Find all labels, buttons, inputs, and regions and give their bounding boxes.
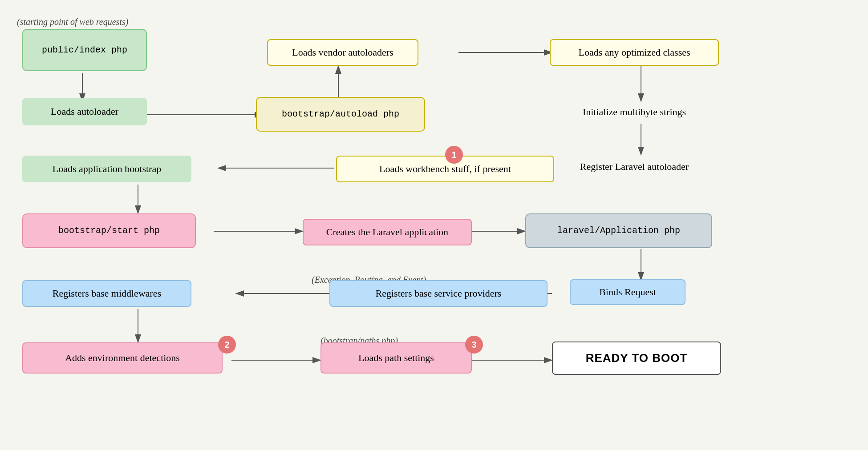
node-loads-path-settings: Loads path settings <box>320 342 472 374</box>
diagram-container: (starting point of web requests) public/… <box>0 0 868 450</box>
badge-3: 3 <box>465 336 483 354</box>
badge-2: 2 <box>218 336 236 354</box>
node-loads-workbench: Loads workbench stuff, if present <box>336 156 554 182</box>
node-loads-optimized: Loads any optimized classes <box>550 39 719 66</box>
node-registers-base-service: Registers base service providers <box>329 280 548 307</box>
node-binds-request: Binds Request <box>570 279 685 305</box>
node-register-laravel-autoloader: Register Laravel autoloader <box>550 155 719 179</box>
node-bootstrap-autoload: bootstrap/autoload php <box>256 97 425 132</box>
node-initialize-multibyte: Initialize multibyte strings <box>550 100 719 125</box>
node-public-index: public/index php <box>22 29 147 71</box>
node-ready-to-boot: READY TO BOOT <box>552 342 721 375</box>
node-loads-app-bootstrap: Loads application bootstrap <box>22 156 191 182</box>
node-creates-laravel-app: Creates the Laravel application <box>303 219 472 245</box>
node-adds-env-detections: Adds environment detections <box>22 342 223 374</box>
node-laravel-application: laravel/Application php <box>525 213 712 248</box>
node-loads-autoloader: Loads autoloader <box>22 98 147 125</box>
node-registers-base-middlewares: Registers base middlewares <box>22 280 191 307</box>
node-bootstrap-start: bootstrap/start php <box>22 213 196 248</box>
badge-1: 1 <box>445 146 463 164</box>
italic-label-web-requests: (starting point of web requests) <box>17 17 128 27</box>
node-loads-vendor: Loads vendor autoloaders <box>267 39 418 66</box>
